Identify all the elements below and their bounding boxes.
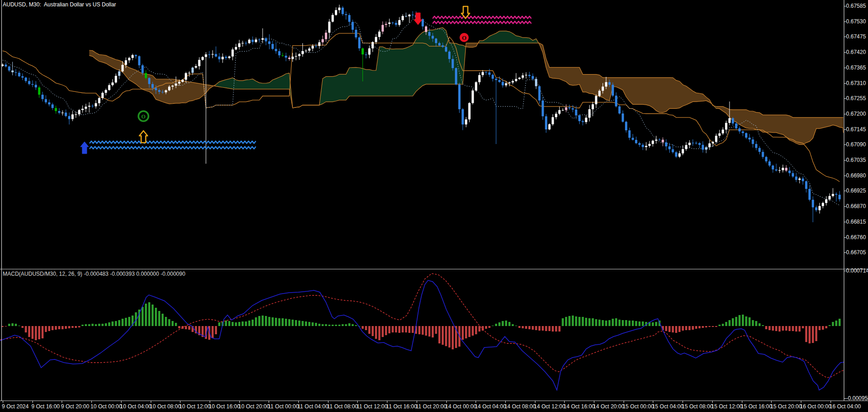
price-tick-label: 0.67420 <box>846 49 866 55</box>
price-tick-mark <box>844 52 846 53</box>
time-axis-label: 15 Oct 08:00 <box>682 403 713 410</box>
price-tick-mark <box>844 222 846 222</box>
price-tick-label: 0.67530 <box>846 18 866 25</box>
time-axis-label: 11 Oct 04:00 <box>297 403 328 410</box>
price-tick-label: 0.67145 <box>846 126 866 133</box>
price-tick-label: 0.67475 <box>846 33 866 40</box>
price-tick-label: 0.67090 <box>846 141 866 148</box>
time-tick-mark <box>91 401 92 403</box>
price-tick-mark <box>844 176 846 176</box>
price-chart-canvas[interactable]: OO <box>0 0 868 269</box>
senkou-b-line <box>89 43 843 118</box>
price-tick-label: 0.66760 <box>846 234 866 241</box>
resistance-wave-2[interactable] <box>433 21 531 24</box>
time-tick-mark <box>328 401 328 403</box>
time-tick-mark <box>712 401 713 403</box>
support-wave-1[interactable] <box>90 141 256 144</box>
resistance-wave-1[interactable] <box>433 16 531 19</box>
time-tick-mark <box>742 401 742 403</box>
price-tick-label: 0.67035 <box>846 157 866 163</box>
time-axis-label: 14 Oct 16:00 <box>563 403 595 410</box>
macd-scale-bottom: -0.000958 <box>846 395 868 401</box>
time-axis-label: 15 Oct 04:00 <box>652 403 683 410</box>
time-tick-mark <box>298 401 299 403</box>
time-axis-label: 11 Oct 08:00 <box>327 403 358 410</box>
time-tick-mark <box>210 401 210 403</box>
time-tick-mark <box>476 401 476 403</box>
time-tick-mark <box>831 401 831 403</box>
time-axis-label: 16 Oct 00:00 <box>800 403 831 410</box>
time-axis-label: 11 Oct 12:00 <box>356 403 387 410</box>
time-axis-label: 15 Oct 00:00 <box>623 403 654 410</box>
time-axis-label: 10 Oct 08:00 <box>150 403 181 410</box>
green-circle-signal[interactable]: O <box>138 111 148 121</box>
price-tick-label: 0.67365 <box>846 64 866 71</box>
svg-text:O: O <box>141 113 145 120</box>
price-tick-label: 0.66870 <box>846 203 866 209</box>
svg-text:O: O <box>462 34 466 41</box>
price-tick-mark <box>844 83 846 84</box>
time-tick-mark <box>505 401 506 403</box>
time-tick-mark <box>32 401 33 403</box>
macd-histogram <box>1 302 841 349</box>
price-tick-label: 0.66705 <box>846 249 866 256</box>
price-scale-separator[interactable] <box>844 0 844 401</box>
time-tick-mark <box>62 401 62 403</box>
time-axis-label: 15 Oct 12:00 <box>711 403 743 410</box>
support-wave-2[interactable] <box>90 147 256 149</box>
time-tick-mark <box>357 401 358 403</box>
time-axis-label: 10 Oct 00:00 <box>90 403 122 410</box>
time-axis-label: 14 Oct 12:00 <box>534 403 566 410</box>
price-tick-mark <box>844 144 846 145</box>
gold-down-arrow[interactable] <box>461 6 470 18</box>
price-tick-mark <box>844 68 846 68</box>
time-axis-label: 14 Oct 04:00 <box>475 403 506 410</box>
time-axis-label: 11 Oct 16:00 <box>386 403 417 410</box>
time-tick-mark <box>801 401 801 403</box>
price-tick-mark <box>844 160 846 161</box>
time-tick-mark <box>269 401 269 403</box>
price-tick-label: 0.67200 <box>846 111 866 117</box>
time-tick-mark <box>594 401 594 403</box>
time-axis-label: 10 Oct 04:00 <box>120 403 152 410</box>
gold-up-arrow[interactable] <box>139 131 148 143</box>
blue-up-arrow[interactable] <box>80 142 89 154</box>
price-tick-label: 0.67585 <box>846 3 866 9</box>
price-tick-label: 0.66980 <box>846 172 866 179</box>
time-axis-label: 10 Oct 20:00 <box>238 403 270 410</box>
chart-title: AUDUSD, M30: Australian Dollar vs US Dol… <box>3 1 116 8</box>
time-axis-label: 9 Oct 20:00 <box>61 403 89 410</box>
trading-terminal-chart: OO AUDUSD, M30: Australian Dollar vs US … <box>0 0 868 412</box>
time-tick-mark <box>683 401 683 403</box>
price-tick-mark <box>844 21 846 22</box>
price-tick-mark <box>844 252 846 253</box>
red-down-arrow[interactable] <box>414 13 422 25</box>
time-tick-mark <box>624 401 624 403</box>
time-axis-label: 15 Oct 16:00 <box>741 403 773 410</box>
time-axis-label: 11 Oct 20:00 <box>416 403 447 410</box>
time-tick-mark <box>446 401 447 403</box>
macd-indicator-label: MACD(AUDUSD/M30, 12, 26, 9) -0.000483 -0… <box>3 271 185 277</box>
price-tick-label: 0.67310 <box>846 80 866 86</box>
time-axis-label: 14 Oct 08:00 <box>504 403 536 410</box>
time-axis-label: 11 Oct 00:00 <box>268 403 299 410</box>
time-tick-mark <box>535 401 535 403</box>
ichimoku-cloud-layer <box>89 28 843 194</box>
price-tick-mark <box>844 191 846 191</box>
red-circle-signal[interactable]: O <box>460 33 469 42</box>
time-tick-mark <box>3 401 3 403</box>
time-tick-mark <box>151 401 151 403</box>
macd-tick-mark <box>844 398 846 399</box>
price-tick-mark <box>844 129 846 130</box>
panel-separator[interactable] <box>0 269 868 269</box>
time-axis-label: 14 Oct 20:00 <box>593 403 625 410</box>
macd-indicator-canvas[interactable] <box>0 270 868 401</box>
time-axis-label: 10 Oct 16:00 <box>209 403 240 410</box>
time-axis-label: 9 Oct 2024 <box>2 403 29 410</box>
time-tick-mark <box>653 401 653 403</box>
time-axis-label: 9 Oct 16:00 <box>32 403 60 410</box>
price-tick-mark <box>844 114 846 114</box>
time-tick-mark <box>564 401 565 403</box>
time-tick-mark <box>387 401 387 403</box>
time-tick-mark <box>121 401 122 403</box>
